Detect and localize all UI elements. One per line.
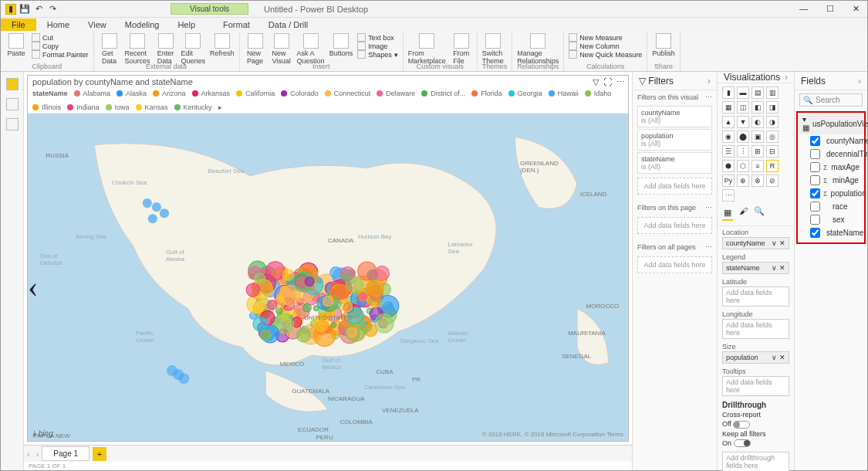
format-tab-icon[interactable]: 🖌: [739, 206, 748, 221]
filter-card[interactable]: countyNameis (All): [637, 106, 712, 127]
add-page-button[interactable]: +: [93, 447, 106, 461]
viz-type-icon[interactable]: ▬: [737, 86, 749, 99]
filter-card[interactable]: stateNameis (All): [637, 152, 712, 174]
manage-relationships-button[interactable]: Manage Relationships: [517, 33, 559, 65]
from-marketplace-button[interactable]: From Marketplace: [408, 33, 446, 65]
filter-icon[interactable]: ▽: [593, 77, 599, 87]
legend-item[interactable]: Arkansas: [192, 90, 231, 97]
new-visual-button[interactable]: New Visual: [271, 33, 292, 65]
back-arrow-icon[interactable]: ‹: [28, 268, 38, 304]
tab-format[interactable]: Format: [214, 19, 259, 31]
buttons-button[interactable]: Buttons: [329, 33, 353, 57]
legend-item[interactable]: Kentucky: [174, 103, 212, 111]
collapse-viz-icon[interactable]: ›: [785, 72, 788, 83]
more-options-icon[interactable]: ⋯: [705, 243, 712, 251]
viz-type-icon[interactable]: ⊕: [737, 175, 749, 187]
field-minAge[interactable]: ΣminAge: [798, 174, 864, 187]
field-race[interactable]: race: [798, 200, 864, 213]
legend-item[interactable]: Colorado: [281, 90, 319, 97]
size-well[interactable]: population∨ ✕: [722, 351, 789, 364]
shapes-button[interactable]: Shapes▾: [357, 50, 398, 59]
viz-type-icon[interactable]: ▮: [722, 86, 735, 99]
legend-more-icon[interactable]: ▸: [218, 103, 222, 111]
get-data-button[interactable]: Get Data: [99, 33, 120, 65]
viz-type-icon[interactable]: ⊟: [766, 145, 778, 158]
keep-filters-toggle[interactable]: [734, 439, 751, 447]
new-measure-button[interactable]: New Measure: [569, 33, 642, 42]
viz-type-icon[interactable]: Py: [722, 175, 735, 187]
viz-type-icon[interactable]: ⬤: [737, 130, 749, 143]
field-countyName[interactable]: countyName: [798, 134, 864, 147]
field-population[interactable]: Σpopulation: [798, 187, 864, 200]
cut-button[interactable]: Cut: [32, 33, 89, 42]
file-tab[interactable]: File: [1, 19, 36, 31]
viz-type-icon[interactable]: ☰: [722, 145, 735, 158]
viz-type-icon[interactable]: ◫: [737, 101, 749, 114]
legend-item[interactable]: Idaho: [585, 90, 612, 97]
undo-icon[interactable]: ↶: [33, 4, 44, 15]
viz-type-icon[interactable]: ▲: [722, 116, 735, 128]
legend-item[interactable]: Arizona: [153, 90, 186, 97]
more-options-icon[interactable]: ⋯: [705, 204, 712, 212]
data-view-icon[interactable]: [6, 98, 19, 110]
viz-type-icon[interactable]: ◧: [751, 101, 764, 114]
add-visual-filter-drop[interactable]: Add data fields here: [637, 178, 712, 195]
legend-item[interactable]: Alabama: [74, 90, 111, 97]
more-options-icon[interactable]: ⋯: [616, 77, 625, 87]
viz-type-icon[interactable]: ⋮: [737, 145, 749, 158]
viz-type-icon[interactable]: ▼: [737, 116, 749, 128]
viz-type-icon[interactable]: ⊞: [751, 145, 764, 158]
legend-item[interactable]: District of...: [421, 90, 465, 97]
paste-button[interactable]: Paste: [5, 33, 27, 57]
viz-type-icon[interactable]: ⋯: [722, 189, 735, 202]
page-tab-1[interactable]: Page 1: [42, 446, 90, 461]
tooltips-well[interactable]: Add data fields here: [722, 376, 789, 396]
viz-type-icon[interactable]: ⊘: [766, 175, 778, 187]
maximize-icon[interactable]: ☐: [826, 4, 834, 14]
field-maxAge[interactable]: ΣmaxAge: [798, 161, 864, 174]
cross-report-toggle[interactable]: [733, 421, 750, 429]
drillthrough-well[interactable]: Add drillthrough fields here: [722, 452, 789, 471]
viz-type-icon[interactable]: ◉: [722, 130, 735, 143]
fields-tab-icon[interactable]: ▦: [722, 206, 733, 221]
legend-item[interactable]: Alaska: [117, 90, 147, 97]
viz-type-icon[interactable]: ◐: [751, 116, 764, 128]
field-decennialTime[interactable]: decennialTime: [798, 147, 864, 161]
legend-item[interactable]: Indiana: [67, 103, 100, 111]
tab-help[interactable]: Help: [168, 19, 204, 31]
prev-page-icon[interactable]: ‹: [24, 449, 33, 459]
viz-type-icon[interactable]: ◨: [766, 101, 778, 114]
viz-type-icon[interactable]: ⬢: [722, 160, 735, 172]
from-file-button[interactable]: From File: [451, 33, 472, 65]
new-column-button[interactable]: New Column: [569, 42, 642, 50]
legend-item[interactable]: Connecticut: [325, 90, 371, 97]
field-sex[interactable]: sex: [798, 213, 864, 226]
save-icon[interactable]: 💾: [19, 4, 30, 15]
viz-type-icon[interactable]: ◎: [766, 130, 778, 143]
tab-view[interactable]: View: [79, 19, 116, 31]
enter-data-button[interactable]: Enter Data: [155, 33, 177, 65]
new-quick-measure-button[interactable]: New Quick Measure: [569, 50, 642, 59]
map-area[interactable]: ‹ CANADA UNITED STATES MEXICO GREE: [28, 114, 628, 441]
fields-search-input[interactable]: 🔍 Search: [799, 93, 863, 107]
tab-modeling[interactable]: Modeling: [116, 19, 169, 31]
viz-type-icon[interactable]: ▣: [751, 130, 764, 143]
analytics-tab-icon[interactable]: 🔍: [754, 206, 765, 221]
tab-home[interactable]: Home: [38, 19, 79, 31]
tab-data-drill[interactable]: Data / Drill: [259, 19, 317, 31]
model-view-icon[interactable]: [6, 118, 19, 130]
viz-type-icon[interactable]: ⬡: [737, 160, 749, 172]
add-page-filter-drop[interactable]: Add data fields here: [637, 217, 712, 234]
text-box-button[interactable]: Text box: [357, 33, 398, 42]
next-page-icon[interactable]: ›: [33, 449, 42, 459]
viz-type-icon[interactable]: ▥: [766, 86, 778, 99]
close-icon[interactable]: ✕: [853, 4, 860, 14]
copy-button[interactable]: Copy: [32, 42, 89, 50]
add-report-filter-drop[interactable]: Add data fields here: [637, 256, 712, 273]
viz-type-icon[interactable]: ≡: [751, 160, 764, 172]
edit-queries-button[interactable]: Edit Queries: [181, 33, 206, 65]
viz-type-icon[interactable]: ▦: [722, 101, 735, 114]
format-painter-button[interactable]: Format Painter: [32, 50, 89, 59]
viz-type-icon[interactable]: ⊗: [751, 175, 764, 187]
refresh-button[interactable]: Refresh: [210, 33, 235, 57]
